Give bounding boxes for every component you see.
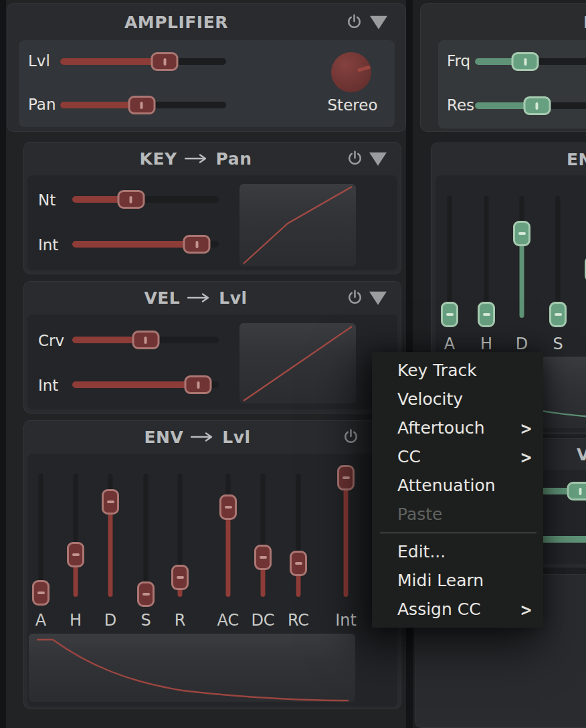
menu-item-assign-cc[interactable]: Assign CC> xyxy=(372,595,543,624)
slider-handle[interactable] xyxy=(441,302,458,327)
menu-item-paste[interactable]: Paste xyxy=(372,500,543,529)
chevron-down-icon[interactable] xyxy=(369,292,387,305)
slider-handle[interactable] xyxy=(117,190,144,209)
handle-tick xyxy=(518,232,526,235)
intensity-slider[interactable] xyxy=(72,241,219,248)
slider-handle[interactable] xyxy=(512,52,539,71)
slider-handle[interactable] xyxy=(137,581,155,607)
slider-handle[interactable] xyxy=(254,545,272,570)
env-slider-label: DC xyxy=(248,611,278,630)
env-slider-DC[interactable] xyxy=(254,474,272,597)
env-slider-label: H xyxy=(61,611,90,630)
slider-handle[interactable] xyxy=(567,482,586,500)
filter-body: Frq Res xyxy=(438,40,586,128)
slider-fill xyxy=(72,381,198,388)
menu-item-label: Paste xyxy=(397,505,442,524)
pan-slider[interactable] xyxy=(60,102,226,108)
menu-item-label: Attenuation xyxy=(397,476,496,495)
menu-item-label: CC xyxy=(397,447,421,466)
submenu-chevron-icon: > xyxy=(520,418,532,438)
slider-handle[interactable] xyxy=(185,375,212,394)
slider-handle[interactable] xyxy=(183,235,211,254)
slider-rail xyxy=(448,196,452,318)
env-slider-A[interactable] xyxy=(441,196,458,318)
slider-handle[interactable] xyxy=(132,331,159,349)
note-slider[interactable] xyxy=(72,196,219,203)
env-slider-H[interactable] xyxy=(67,474,84,597)
power-icon[interactable] xyxy=(347,290,363,306)
slider-handle[interactable] xyxy=(219,494,237,520)
env-slider-RC[interactable] xyxy=(290,474,307,597)
curve-label: Crv xyxy=(38,332,64,349)
slider-handle[interactable] xyxy=(128,96,155,114)
menu-item-midi-learn[interactable]: Midi Learn xyxy=(372,566,543,595)
slider-rail xyxy=(144,474,149,597)
menu-item-cc[interactable]: CC> xyxy=(372,442,543,471)
menu-item-edit[interactable]: Edit... xyxy=(372,537,543,566)
env-slider-R[interactable] xyxy=(171,474,189,597)
slider-handle[interactable] xyxy=(549,302,567,327)
stereo-knob[interactable] xyxy=(331,52,371,92)
handle-tick xyxy=(107,500,114,503)
key-curve-display xyxy=(239,184,356,266)
menu-item-attenuation[interactable]: Attenuation xyxy=(372,471,543,500)
slider-handle[interactable] xyxy=(102,489,119,515)
env-slider-label: RC xyxy=(284,611,313,630)
menu-item-key-track[interactable]: Key Track xyxy=(372,356,543,385)
handle-tick xyxy=(446,313,454,316)
resonance-slider[interactable] xyxy=(475,102,586,109)
slider-fill xyxy=(60,58,165,65)
slider-rail xyxy=(556,196,561,318)
env-lvl-body: A H D S R AC DC RC Int xyxy=(27,454,397,707)
routing-arrow-icon xyxy=(187,293,211,302)
mod-target-label: Lvl xyxy=(222,428,250,447)
handle-tick xyxy=(144,337,147,344)
slider-handle[interactable] xyxy=(478,302,495,327)
power-icon[interactable] xyxy=(343,429,359,446)
intensity-slider[interactable] xyxy=(72,381,219,388)
slider-handle[interactable] xyxy=(67,542,84,567)
slider-handle[interactable] xyxy=(337,465,355,490)
slider-handle[interactable] xyxy=(151,52,179,71)
env-slider-H[interactable] xyxy=(478,196,495,318)
handle-tick xyxy=(197,381,199,389)
intensity-label: Int xyxy=(38,236,58,254)
handle-tick xyxy=(555,313,562,316)
handle-tick xyxy=(37,592,45,594)
slider-handle[interactable] xyxy=(523,96,551,115)
amplifier-title: AMPLIFIER xyxy=(124,13,228,32)
menu-item-label: Midi Learn xyxy=(397,571,484,590)
level-slider[interactable] xyxy=(60,58,226,65)
handle-tick xyxy=(260,556,267,559)
env-slider-label: S xyxy=(131,611,161,630)
slider-handle[interactable] xyxy=(32,580,50,606)
handle-tick xyxy=(343,476,350,479)
handle-tick xyxy=(536,102,539,110)
knob-pointer xyxy=(351,66,370,74)
menu-item-velocity[interactable]: Velocity xyxy=(372,385,543,414)
slider-handle[interactable] xyxy=(171,565,189,590)
amplifier-panel: AMPLIFIER Lvl Pan Stereo xyxy=(7,3,406,132)
chevron-down-icon[interactable] xyxy=(369,153,387,166)
submenu-chevron-icon: > xyxy=(520,600,532,619)
env-slider-S[interactable] xyxy=(137,474,155,597)
vel-curve-display xyxy=(239,323,356,403)
power-icon[interactable] xyxy=(347,14,362,31)
env-slider-D[interactable] xyxy=(513,196,530,318)
env-slider-S[interactable] xyxy=(549,196,567,318)
handle-tick xyxy=(177,576,184,579)
curve-slider[interactable] xyxy=(72,337,219,343)
handle-tick xyxy=(483,313,490,316)
env-slider-D[interactable] xyxy=(102,474,119,597)
slider-handle[interactable] xyxy=(513,221,530,246)
mod-source-label: ENV xyxy=(144,428,183,447)
env-slider-Int[interactable] xyxy=(337,474,355,597)
power-icon[interactable] xyxy=(347,151,363,167)
slider-handle[interactable] xyxy=(290,551,307,576)
chevron-down-icon[interactable] xyxy=(370,16,387,29)
frequency-slider[interactable] xyxy=(475,58,586,65)
menu-item-aftertouch[interactable]: Aftertouch> xyxy=(372,414,543,442)
menu-item-label: Velocity xyxy=(397,389,463,409)
env-slider-A[interactable] xyxy=(32,474,50,597)
env-slider-AC[interactable] xyxy=(219,474,237,597)
